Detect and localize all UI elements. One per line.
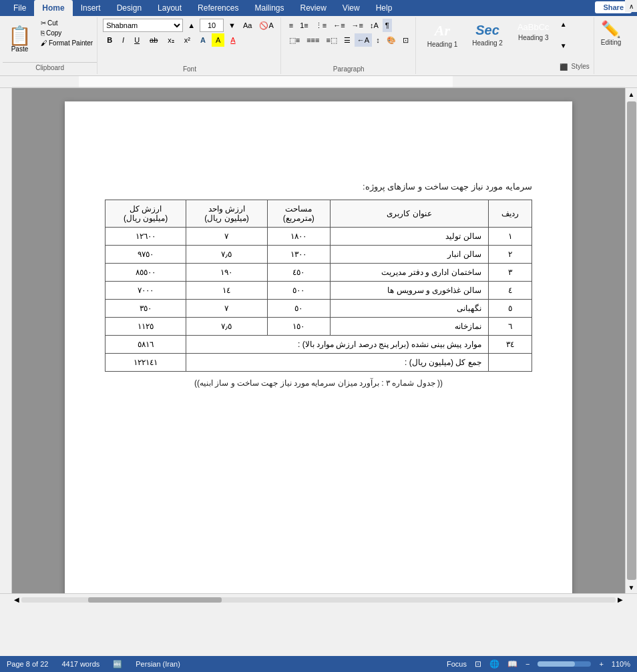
align-center-button[interactable]: ≡≡≡	[304, 33, 322, 47]
cell-total-value: ٣٥٠	[105, 300, 186, 318]
scroll-left-button[interactable]: ◀	[12, 595, 21, 605]
format-painter-icon: 🖌	[41, 39, 47, 47]
heading2-label: Heading 2	[472, 39, 503, 47]
subscript-button[interactable]: x₂	[164, 33, 178, 47]
tab-references[interactable]: References	[190, 0, 246, 16]
cell-rownum: ١	[488, 228, 532, 246]
focus-button[interactable]: Focus	[447, 660, 467, 668]
ruler-content	[12, 76, 625, 87]
font-size-input[interactable]	[200, 19, 224, 32]
heading1-style[interactable]: Ar Heading 1	[421, 19, 464, 73]
numbering-button[interactable]: 1≡	[297, 19, 311, 32]
font-color-button[interactable]: A	[226, 33, 239, 47]
underline-button[interactable]: U	[130, 33, 144, 47]
tab-file[interactable]: File	[5, 0, 34, 16]
justify-button[interactable]: ☰	[341, 33, 353, 47]
format-painter-button[interactable]: 🖌 Format Painter	[38, 39, 95, 47]
tab-design[interactable]: Design	[109, 0, 150, 16]
cell-unit-value: ٧٫٥	[186, 318, 267, 336]
decrease-indent-button[interactable]: ←≡	[331, 19, 347, 32]
heading2-style[interactable]: Sec Heading 2	[466, 19, 509, 73]
zoom-minus[interactable]: −	[525, 660, 529, 668]
tab-mailings[interactable]: Mailings	[246, 0, 292, 16]
paste-label: Paste	[11, 45, 29, 53]
page-info: Page 8 of 22	[7, 660, 48, 668]
editing-group: ✏️ Editing	[596, 17, 627, 74]
tab-help[interactable]: Help	[368, 0, 401, 16]
tab-home[interactable]: Home	[34, 0, 72, 16]
heading1-label: Heading 1	[427, 41, 458, 48]
align-right-button[interactable]: ≡⬚	[323, 33, 339, 47]
cell-usage: سالن تولید	[331, 228, 489, 246]
styles-scroll-down[interactable]: ▼	[558, 41, 569, 50]
cell-usage: جمع کل (میلیون ریال) :	[186, 354, 488, 372]
bullets-button[interactable]: ≡	[286, 19, 296, 32]
strikethrough-button[interactable]: ab	[146, 33, 162, 47]
cell-rownum: ٥	[488, 300, 532, 318]
sort-button[interactable]: ↕A	[367, 19, 381, 32]
cut-button[interactable]: ✂ Cut	[38, 19, 95, 27]
clipboard-group-label: Clipboard	[3, 62, 97, 71]
styles-expand[interactable]: ⬛	[558, 63, 569, 71]
table-caption: (( جدول شماره ٣ : برآورد میزان سرمایه مو…	[105, 378, 532, 388]
increase-font-button[interactable]: ▼	[226, 19, 238, 32]
web-layout-button[interactable]: 🌐	[489, 659, 499, 669]
tab-review[interactable]: Review	[292, 0, 334, 16]
ribbon-tabs: File Home Insert Design Layout Reference…	[0, 0, 637, 16]
borders-button[interactable]: ⊡	[400, 33, 411, 47]
styles-scroll-up[interactable]: ▲	[558, 20, 569, 29]
change-case-button[interactable]: Aa	[240, 19, 254, 32]
tab-view[interactable]: View	[335, 0, 368, 16]
styles-group-label: Styles	[572, 63, 590, 73]
right-scrollbar[interactable]: ▲ ▼	[625, 88, 637, 593]
horizontal-scrollbar[interactable]: ◀ ▶	[0, 593, 637, 605]
increase-indent-button[interactable]: →≡	[349, 19, 366, 32]
styles-scrollbar: ▲ ▼ ⬛	[558, 19, 569, 73]
superscript-button[interactable]: x²	[180, 33, 194, 47]
table-row: ٥ نگهبانی ٥٠ ٧ ٣٥٠	[105, 300, 532, 318]
italic-button[interactable]: I	[118, 33, 128, 47]
multilevel-list-button[interactable]: ⋮≡	[312, 19, 329, 32]
text-effects-button[interactable]: A	[196, 33, 210, 47]
line-spacing-button[interactable]: ↕	[373, 33, 383, 47]
cell-unit-value: ٧	[186, 300, 267, 318]
h-scrollbar-thumb[interactable]	[88, 597, 222, 603]
scroll-down-button[interactable]: ▼	[626, 581, 638, 593]
font-family-select[interactable]: Shabnam	[103, 19, 183, 32]
scrollbar-thumb[interactable]	[627, 101, 636, 580]
heading3-style[interactable]: AaBbCc Heading 3	[511, 19, 556, 73]
read-mode-button[interactable]: 📖	[507, 659, 517, 669]
print-layout-button[interactable]: ⊡	[475, 659, 481, 669]
copy-button[interactable]: ⎘ Copy	[38, 29, 95, 37]
show-formatting-button[interactable]: ¶	[383, 19, 392, 32]
status-bar: Page 8 of 22 4417 words 🔤 Persian (Iran)…	[0, 656, 637, 672]
scroll-up-button[interactable]: ▲	[626, 88, 638, 100]
cell-area: ١٨٠٠	[267, 228, 330, 246]
col-header-area: مساحت(مترمربع)	[267, 200, 330, 228]
align-left-button[interactable]: ⬚≡	[286, 33, 302, 47]
clear-format-button[interactable]: 🚫A	[256, 19, 276, 32]
cell-total-value: ٧٠٠٠	[105, 282, 186, 300]
section-title: سرمایه مورد نیاز جهت ساخت و سازهای پروژه…	[105, 182, 532, 192]
scroll-right-button[interactable]: ▶	[616, 595, 625, 605]
paste-button[interactable]: 📋 Paste	[3, 17, 37, 62]
col-header-unit-value: ارزش واحد(میلیون ریال)	[186, 200, 267, 228]
tab-insert[interactable]: Insert	[73, 0, 109, 16]
styles-group: Ar Heading 1 Sec Heading 2 AaBbCc Headin…	[417, 17, 594, 74]
tab-layout[interactable]: Layout	[150, 0, 190, 16]
rtl-button[interactable]: ←A	[355, 33, 372, 47]
paragraph-group: ≡ 1≡ ⋮≡ ←≡ →≡ ↕A ¶ ⬚≡ ≡≡≡ ≡⬚ ☰ ←A ↕ 🎨 ⊡ …	[282, 17, 416, 74]
zoom-slider[interactable]	[538, 661, 591, 667]
decrease-font-button[interactable]: ▲	[185, 19, 198, 32]
cell-rownum: ٦	[488, 318, 532, 336]
zoom-plus[interactable]: +	[599, 660, 603, 668]
document-wrapper[interactable]: سرمایه مورد نیاز جهت ساخت و سازهای پروژه…	[12, 88, 625, 593]
shading-button[interactable]: 🎨	[384, 33, 399, 47]
text-highlight-button[interactable]: A	[212, 33, 224, 47]
data-table: ردیف عنوان کاربری مساحت(مترمربع) ارزش وا…	[105, 200, 532, 372]
ruler: ∧	[0, 76, 637, 88]
bold-button[interactable]: B	[103, 33, 116, 47]
paragraph-group-label: Paragraph	[286, 65, 411, 73]
cell-area: ٥٠	[267, 300, 330, 318]
table-row: ٦ نمازخانه ١٥٠ ٧٫٥ ١١٢٥	[105, 318, 532, 336]
